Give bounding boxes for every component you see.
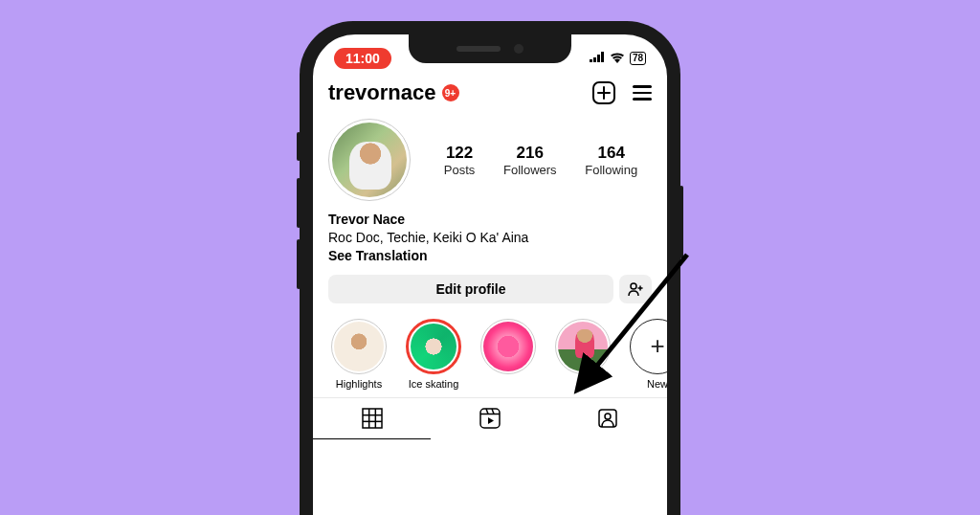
stat-following[interactable]: 164 Following: [585, 144, 637, 177]
volume-up-button: [297, 178, 301, 228]
highlight-item-4[interactable]: [552, 319, 613, 390]
highlights-row: Highlights Ice skating + New: [313, 315, 667, 397]
screen: 11:00 78 trevornace 9+: [313, 34, 667, 515]
profile-tabs: [313, 397, 667, 439]
username: trevornace: [328, 80, 436, 105]
grid-icon: [362, 408, 383, 429]
svg-line-13: [492, 409, 494, 414]
create-post-button[interactable]: [592, 81, 615, 104]
discover-people-button[interactable]: [619, 275, 652, 303]
menu-button[interactable]: [633, 85, 652, 101]
see-translation-link[interactable]: See Translation: [328, 247, 652, 265]
svg-rect-5: [363, 409, 382, 428]
stat-followers[interactable]: 216 Followers: [503, 144, 557, 177]
profile-avatar[interactable]: [328, 119, 411, 201]
edit-profile-button[interactable]: Edit profile: [328, 275, 613, 303]
phone-frame: 11:00 78 trevornace 9+: [300, 21, 680, 515]
battery-indicator: 78: [630, 52, 646, 65]
svg-rect-2: [597, 55, 600, 62]
svg-rect-0: [590, 59, 592, 62]
svg-point-15: [605, 414, 611, 419]
tab-grid[interactable]: [313, 398, 431, 439]
svg-line-12: [486, 409, 488, 414]
tab-reels[interactable]: [431, 398, 548, 439]
power-button: [679, 186, 683, 258]
wifi-icon: [610, 52, 625, 66]
mute-switch: [297, 132, 301, 161]
username-dropdown[interactable]: trevornace 9+: [328, 80, 459, 105]
profile-header: trevornace 9+: [313, 73, 667, 111]
svg-rect-1: [593, 57, 596, 62]
tagged-icon: [597, 408, 618, 429]
reels-icon: [479, 408, 501, 429]
highlight-highlights[interactable]: Highlights: [328, 319, 390, 390]
highlight-ice-skating[interactable]: Ice skating: [403, 319, 464, 390]
add-person-icon: [628, 281, 643, 297]
svg-rect-3: [601, 52, 604, 62]
highlight-new[interactable]: + New: [627, 319, 667, 390]
volume-down-button: [297, 239, 301, 289]
notch: [409, 34, 571, 63]
status-time-recording[interactable]: 11:00: [334, 48, 391, 69]
svg-rect-10: [480, 409, 500, 428]
svg-point-4: [631, 283, 636, 289]
bio-section: Trevor Nace Roc Doc, Techie, Keiki O Ka'…: [313, 205, 667, 275]
bio-text: Roc Doc, Techie, Keiki O Ka' Aina: [328, 229, 652, 247]
tab-tagged[interactable]: [549, 398, 667, 439]
display-name: Trevor Nace: [328, 211, 652, 229]
stat-posts[interactable]: 122 Posts: [444, 144, 476, 177]
notification-badge: 9+: [442, 84, 459, 101]
highlight-item-3[interactable]: [478, 319, 539, 390]
cellular-signal-icon: [590, 52, 605, 65]
